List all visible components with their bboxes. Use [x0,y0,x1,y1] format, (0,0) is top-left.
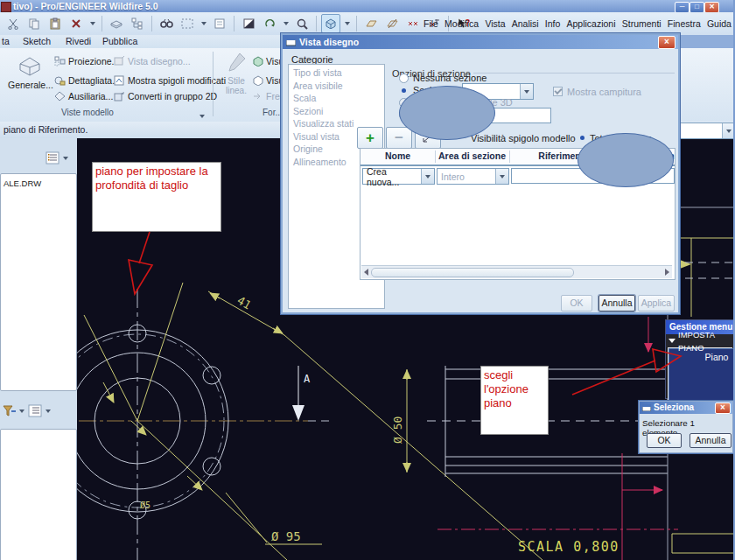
vista-disegno-button: Vista disegno... [114,55,191,67]
shading-mode-button[interactable] [321,14,340,33]
tab-rivedi[interactable]: Rivedi [66,36,91,46]
menu-modifica[interactable]: Modifica [444,18,479,29]
tab-annota-partial[interactable]: ta [2,36,10,46]
menu-item-piano[interactable]: Piano [668,348,735,402]
menu-strumenti[interactable]: Strumenti [622,18,662,29]
add-section-button[interactable]: + [357,127,383,149]
annulla-button[interactable]: Annulla [598,295,635,312]
mostra-campitura-checkbox [553,87,563,96]
menu-finestra[interactable]: Finestra [668,18,701,29]
dettagliata-label: Dettagliata... [68,75,120,86]
cut-button[interactable] [4,14,23,33]
datum-plane-icon [365,18,378,29]
ausiliaria-icon [54,91,66,102]
radio-nessuna-sezione[interactable] [399,74,409,83]
category-sezioni[interactable]: Sezioni [293,105,384,118]
model-tree-panel[interactable]: ALE.DRW [0,173,77,391]
paste-button[interactable] [46,14,65,33]
category-area-visibile[interactable]: Area visibile [293,80,384,93]
datum-point-toggle[interactable] [403,14,423,33]
window-title: tivo) - Pro/ENGINEER Wildfire 5.0 [13,0,158,12]
row-area-combobox: Intero [437,168,509,185]
generale-button[interactable]: Generale... [7,51,52,107]
model-tree-button[interactable] [128,14,147,33]
invert-colors-button[interactable] [239,14,258,33]
zoom-button[interactable] [292,14,312,33]
left-sidebar: ALE.DRW [0,138,77,560]
copy-button[interactable] [24,14,44,33]
seleziona-title-bar[interactable]: Seleziona × [640,402,732,414]
viste-modello-expander[interactable] [200,109,205,120]
list-icon [46,151,61,165]
menu-file[interactable]: File [424,18,438,29]
proiezione-label: Proiezione... [68,56,119,66]
radio-nessuna-label: Nessuna sezione [413,73,486,83]
tab-sketch[interactable]: Sketch [23,36,51,46]
menu-guida[interactable]: Guida [707,18,732,29]
delete-button[interactable] [66,14,86,33]
category-scala[interactable]: Scala [293,92,384,105]
seleziona-ok-button[interactable]: OK [647,433,682,448]
radio-totale[interactable] [578,133,674,187]
chevron-down-icon[interactable] [46,410,51,413]
dettagliata-icon [54,75,66,86]
menu-vista[interactable]: Vista [485,18,505,29]
horizontal-scrollbar[interactable] [361,265,672,278]
radio-sezione-2d[interactable] [399,86,495,140]
select-box-button[interactable] [178,14,197,33]
chevron-down-icon[interactable] [524,90,529,94]
menu-bar: File Modifica Vista Analisi Info Applica… [424,18,732,29]
vista-disegno-label: Vista disegno... [128,56,191,66]
preview-button[interactable] [210,14,229,33]
shading-dropdown[interactable] [342,14,352,33]
tab-pubblica[interactable]: Pubblica [102,36,137,46]
scroll-right-arrow[interactable] [665,269,669,276]
dettagliata-button[interactable]: Dettagliata... [54,74,120,87]
undo-dropdown[interactable] [88,14,97,33]
list-icon [28,404,44,418]
menu-info[interactable]: Info [545,18,561,29]
seleziona-annulla-button[interactable]: Annulla [690,433,732,448]
category-tipo-di-vista[interactable]: Tipo di vista [293,66,384,80]
scrollbar-thumb[interactable] [371,268,574,277]
menu-analisi[interactable]: Analisi [512,18,539,29]
repaint-dropdown[interactable] [281,14,290,33]
proiezione-icon [54,56,66,66]
converti-button[interactable]: Converti in gruppo 2D [114,90,217,102]
dialog-close-button[interactable]: × [658,36,676,49]
seleziona-close-button[interactable]: × [715,402,731,414]
tree-display-button[interactable] [28,404,51,418]
dialog-body: Categorie Tipo di vista Area visibile Sc… [283,49,678,312]
chevron-down-icon[interactable] [63,157,68,160]
dialog-title-bar[interactable]: Vista disegno × [283,35,678,49]
filter-combobox[interactable] [675,122,735,139]
select-dropdown[interactable] [199,14,208,33]
scissors-icon [7,18,19,30]
mostra-campitura-label: Mostra campitura [567,87,641,97]
ausiliaria-button[interactable]: Ausiliaria... [54,90,113,102]
proiezione-button[interactable]: Proiezione... [54,55,119,67]
datum-plane-toggle[interactable] [361,14,381,33]
model-box-icon [110,18,122,29]
contrast-icon [243,18,255,29]
lower-tree-panel[interactable] [0,429,77,560]
section-a-label: A [304,373,311,385]
tree-settings-button[interactable] [46,151,68,165]
repaint-button[interactable] [260,14,279,33]
chevron-down-icon[interactable] [19,410,24,413]
chevron-down-icon[interactable] [425,175,430,178]
find-button[interactable] [157,14,176,33]
scale-label: SCALA 0,800 [518,539,620,555]
datum-axis-toggle[interactable] [382,14,402,33]
mostra-spigoli-button[interactable]: Mostra spigoli modificati [114,74,226,87]
binoculars-icon [160,18,173,29]
scroll-left-arrow[interactable] [364,269,368,276]
menu-applicazioni[interactable]: Applicazioni [567,18,616,29]
row-nome-combobox[interactable]: Crea nuova... [362,168,435,185]
imposta-piano-header[interactable]: IMPOSTA PIANO [666,334,734,347]
tree-filter-button[interactable] [2,404,24,418]
regenerate-button[interactable] [107,14,126,33]
visual-cube-icon [252,75,263,86]
dia50-label: Ø 50 [391,416,404,444]
remove-section-button: − [386,127,412,149]
